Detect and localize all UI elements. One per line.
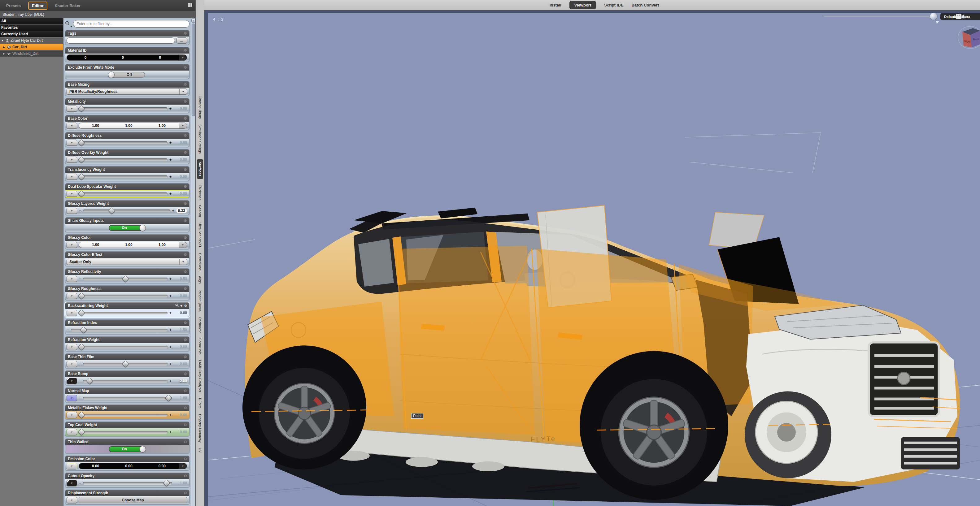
gear-icon[interactable]: ⚙ [184,287,187,290]
side-tab-uv[interactable]: UV [198,448,202,452]
dropdown-arrow-icon[interactable]: ▼ [179,259,187,265]
slider-value[interactable]: 0.50 [173,277,187,281]
slider-handle[interactable] [78,309,85,317]
slider-value[interactable]: 1.00 [173,396,187,400]
param-options-button[interactable]: ▼ [67,157,77,163]
gear-icon[interactable]: ⚙ [184,355,187,359]
scroll-up-icon[interactable]: ▲ [191,18,196,22]
side-tab-simulation-settings[interactable]: Simulation Settings [198,124,202,154]
side-tab-render-queue[interactable]: Render Queue [198,289,202,312]
color-options-button[interactable]: ▼ [67,463,77,469]
slider-handle[interactable] [78,190,85,197]
toggle-knob[interactable] [108,71,115,78]
tree-item-zirael-flyte-car-dirt[interactable]: ▼Zirael Flyte Car Dirt [0,38,63,44]
map-thumbnail-button[interactable]: ▼ [67,480,77,486]
gear-icon[interactable]: ⚙ [184,219,187,222]
slider-track-backscattering-weight[interactable] [79,312,167,314]
slider-track-refraction-weight[interactable] [79,346,167,349]
side-tab-decimator[interactable]: Decimator [198,317,202,333]
dropdown-arrow-icon[interactable]: ▼ [179,123,187,128]
slider-track-cutout-opacity[interactable] [83,482,172,485]
gear-icon[interactable]: ⚙ [184,82,187,86]
vector3-value[interactable]: 0 [142,56,179,60]
param-options-button[interactable]: ▼ [67,412,77,418]
increment-icon[interactable]: + [169,192,172,196]
increment-icon[interactable]: + [169,379,172,383]
decrement-icon[interactable]: − [79,379,81,383]
top-tab-viewport[interactable]: Viewport [570,1,597,9]
gear-icon[interactable]: ⚙ [184,134,187,137]
slider-handle[interactable] [78,412,85,419]
decrement-icon[interactable]: − [79,362,81,366]
gear-icon[interactable]: ⚙ [184,202,187,206]
vector3-value[interactable]: 1.00 [79,243,112,247]
side-tab-align[interactable]: Align [198,276,202,284]
vector3-value[interactable]: 1.00 [146,124,179,128]
slider-handle[interactable] [122,276,129,282]
slider-handle[interactable] [163,480,170,487]
top-tab-install[interactable]: Install [550,3,562,8]
slider-track-normal-map[interactable] [83,397,172,400]
gear-icon[interactable]: ⚙ [184,66,187,69]
increment-icon[interactable]: + [169,157,172,162]
side-tab-powerpose[interactable]: PowerPose [198,253,202,270]
slider-value[interactable]: 0.00 [173,174,187,179]
slider-value[interactable]: 0.00 [173,413,187,417]
tree-item-currently-used[interactable]: Currently Used [0,31,63,38]
slider-value[interactable]: 0.00 [173,192,187,196]
gear-icon[interactable]: ⚙ [184,491,187,495]
slider-handle[interactable] [78,105,85,113]
vector3-value[interactable]: 1.00 [79,124,112,128]
param-options-button[interactable]: ▼ [67,293,77,299]
search-options-caret-icon[interactable]: ▾ [71,25,72,28]
gear-icon[interactable]: ⚙ [184,168,187,171]
param-options-button[interactable]: ▼ [67,174,77,180]
color-options-button[interactable]: ▼ [67,242,77,248]
side-tab-ultra-sceneryxt[interactable]: Ultra SceneryXT [198,222,202,247]
slider-value[interactable]: 0.00 [173,311,187,315]
gear-icon[interactable]: ⚙ [184,117,187,121]
dropdown-arrow-icon[interactable]: ▼ [179,242,187,247]
gear-icon[interactable]: ⚙ [184,253,187,257]
tree-item-car-dirt[interactable]: ▶Car_Dirt [0,44,63,51]
slider-handle[interactable] [122,360,129,368]
slider-track-refraction-index[interactable] [71,329,167,332]
side-tab-property-hierarchy[interactable]: Property Hierarchy [198,414,202,443]
slider-handle[interactable] [165,395,172,402]
vector3-field-base-color[interactable]: 1.001.001.00▼ [79,122,187,129]
decrement-icon[interactable]: − [79,481,81,485]
vector3-value[interactable]: 1.00 [112,124,145,128]
param-options-button[interactable]: ▼ [67,344,77,350]
slider-handle[interactable] [78,156,85,163]
increment-icon[interactable]: + [169,277,172,281]
slider-track-metallic-flakes-weight[interactable] [79,414,167,417]
gear-icon[interactable]: ⚙ [184,151,187,154]
chevron-down-icon[interactable]: ▼ [1,39,4,42]
chevron-right-icon[interactable]: ▶ [3,52,6,55]
param-options-button[interactable]: ▼ [67,190,77,197]
param-options-button[interactable]: ▼ [67,276,77,282]
map-thumbnail-button[interactable]: ▼ [67,378,77,384]
active-camera-selector[interactable]: Default Camera [940,13,980,20]
dropdown-glossy-color-effect[interactable]: Scatter Only▼ [67,259,187,265]
chevron-right-icon[interactable]: ▶ [3,46,6,49]
increment-icon[interactable]: + [169,294,172,298]
side-tab-content-library[interactable]: Content Library [198,96,202,119]
toggle-knob[interactable] [139,446,146,452]
panel-tab-editor[interactable]: Editor [28,2,48,10]
map-thumbnail-button[interactable]: ▼ [67,395,77,401]
increment-icon[interactable]: + [169,345,172,349]
front-wheel[interactable] [600,378,708,487]
increment-icon[interactable]: + [169,174,172,179]
side-tab-dform[interactable]: DForm [198,398,202,409]
vector3-value[interactable]: 0 [67,56,104,60]
scrollbar-thumb[interactable] [192,24,195,116]
param-options-button[interactable]: ▼ [67,429,77,435]
gear-icon[interactable]: ⚙ [184,32,187,35]
slider-track-diffuse-overlay-weight[interactable] [79,159,167,161]
rear-wheel[interactable] [258,367,351,460]
slider-value[interactable]: 0.00 [173,430,187,434]
slider-track-translucency-weight[interactable] [79,176,167,178]
slider-handle[interactable] [80,327,87,334]
vector3-value[interactable]: 0.00 [112,464,145,468]
